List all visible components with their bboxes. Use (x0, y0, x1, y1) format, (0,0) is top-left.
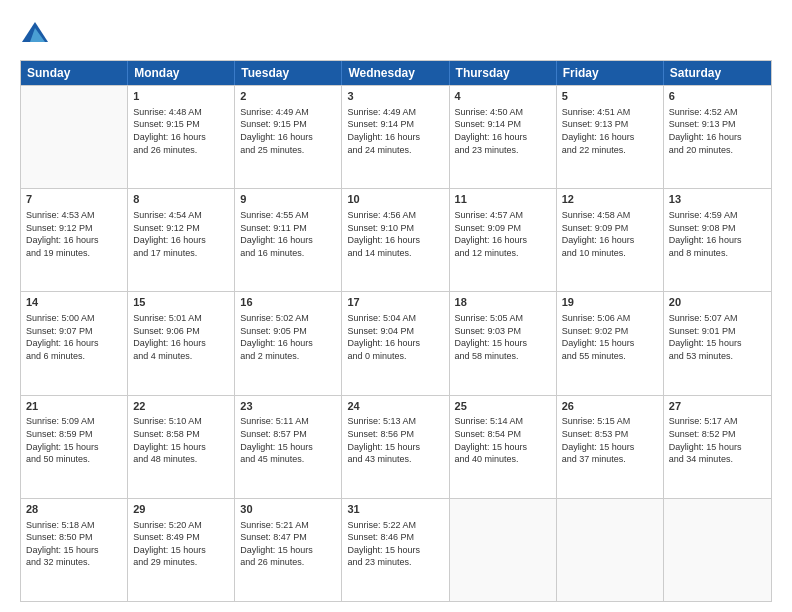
cal-cell (21, 86, 128, 188)
cell-date: 17 (347, 295, 443, 310)
cell-info: Sunrise: 4:53 AM Sunset: 9:12 PM Dayligh… (26, 209, 122, 259)
cell-info: Sunrise: 4:54 AM Sunset: 9:12 PM Dayligh… (133, 209, 229, 259)
cell-info: Sunrise: 5:11 AM Sunset: 8:57 PM Dayligh… (240, 415, 336, 465)
cell-info: Sunrise: 5:01 AM Sunset: 9:06 PM Dayligh… (133, 312, 229, 362)
cell-info: Sunrise: 5:07 AM Sunset: 9:01 PM Dayligh… (669, 312, 766, 362)
cal-cell: 28Sunrise: 5:18 AM Sunset: 8:50 PM Dayli… (21, 499, 128, 601)
cal-cell: 18Sunrise: 5:05 AM Sunset: 9:03 PM Dayli… (450, 292, 557, 394)
cell-date: 25 (455, 399, 551, 414)
cell-info: Sunrise: 4:52 AM Sunset: 9:13 PM Dayligh… (669, 106, 766, 156)
week-row-3: 14Sunrise: 5:00 AM Sunset: 9:07 PM Dayli… (21, 291, 771, 394)
cell-date: 4 (455, 89, 551, 104)
header-day-sunday: Sunday (21, 61, 128, 85)
week-row-1: 1Sunrise: 4:48 AM Sunset: 9:15 PM Daylig… (21, 85, 771, 188)
cal-cell: 13Sunrise: 4:59 AM Sunset: 9:08 PM Dayli… (664, 189, 771, 291)
cell-date: 10 (347, 192, 443, 207)
cell-info: Sunrise: 4:58 AM Sunset: 9:09 PM Dayligh… (562, 209, 658, 259)
cell-date: 15 (133, 295, 229, 310)
cal-cell: 22Sunrise: 5:10 AM Sunset: 8:58 PM Dayli… (128, 396, 235, 498)
cell-date: 26 (562, 399, 658, 414)
cell-date: 22 (133, 399, 229, 414)
header-day-tuesday: Tuesday (235, 61, 342, 85)
cell-date: 14 (26, 295, 122, 310)
cell-info: Sunrise: 5:22 AM Sunset: 8:46 PM Dayligh… (347, 519, 443, 569)
week-row-5: 28Sunrise: 5:18 AM Sunset: 8:50 PM Dayli… (21, 498, 771, 601)
header-day-friday: Friday (557, 61, 664, 85)
cal-cell: 20Sunrise: 5:07 AM Sunset: 9:01 PM Dayli… (664, 292, 771, 394)
cell-info: Sunrise: 5:04 AM Sunset: 9:04 PM Dayligh… (347, 312, 443, 362)
cal-cell: 23Sunrise: 5:11 AM Sunset: 8:57 PM Dayli… (235, 396, 342, 498)
cal-cell: 6Sunrise: 4:52 AM Sunset: 9:13 PM Daylig… (664, 86, 771, 188)
cal-cell: 17Sunrise: 5:04 AM Sunset: 9:04 PM Dayli… (342, 292, 449, 394)
calendar-header: SundayMondayTuesdayWednesdayThursdayFrid… (21, 61, 771, 85)
cell-date: 6 (669, 89, 766, 104)
cal-cell (664, 499, 771, 601)
cell-date: 3 (347, 89, 443, 104)
cell-info: Sunrise: 5:02 AM Sunset: 9:05 PM Dayligh… (240, 312, 336, 362)
header-day-wednesday: Wednesday (342, 61, 449, 85)
header-day-thursday: Thursday (450, 61, 557, 85)
cal-cell: 2Sunrise: 4:49 AM Sunset: 9:15 PM Daylig… (235, 86, 342, 188)
cell-date: 24 (347, 399, 443, 414)
cell-info: Sunrise: 5:15 AM Sunset: 8:53 PM Dayligh… (562, 415, 658, 465)
cal-cell: 3Sunrise: 4:49 AM Sunset: 9:14 PM Daylig… (342, 86, 449, 188)
cal-cell: 11Sunrise: 4:57 AM Sunset: 9:09 PM Dayli… (450, 189, 557, 291)
cell-date: 19 (562, 295, 658, 310)
cell-info: Sunrise: 5:21 AM Sunset: 8:47 PM Dayligh… (240, 519, 336, 569)
cal-cell: 31Sunrise: 5:22 AM Sunset: 8:46 PM Dayli… (342, 499, 449, 601)
cell-date: 29 (133, 502, 229, 517)
cell-info: Sunrise: 5:17 AM Sunset: 8:52 PM Dayligh… (669, 415, 766, 465)
cell-date: 1 (133, 89, 229, 104)
cell-info: Sunrise: 4:49 AM Sunset: 9:14 PM Dayligh… (347, 106, 443, 156)
logo-icon (20, 20, 50, 50)
cell-info: Sunrise: 5:13 AM Sunset: 8:56 PM Dayligh… (347, 415, 443, 465)
cell-date: 16 (240, 295, 336, 310)
cal-cell: 14Sunrise: 5:00 AM Sunset: 9:07 PM Dayli… (21, 292, 128, 394)
cell-date: 12 (562, 192, 658, 207)
cell-info: Sunrise: 5:10 AM Sunset: 8:58 PM Dayligh… (133, 415, 229, 465)
cal-cell: 9Sunrise: 4:55 AM Sunset: 9:11 PM Daylig… (235, 189, 342, 291)
cell-date: 2 (240, 89, 336, 104)
cal-cell: 1Sunrise: 4:48 AM Sunset: 9:15 PM Daylig… (128, 86, 235, 188)
cell-date: 28 (26, 502, 122, 517)
calendar: SundayMondayTuesdayWednesdayThursdayFrid… (20, 60, 772, 602)
cell-date: 23 (240, 399, 336, 414)
cell-info: Sunrise: 5:00 AM Sunset: 9:07 PM Dayligh… (26, 312, 122, 362)
cell-info: Sunrise: 4:50 AM Sunset: 9:14 PM Dayligh… (455, 106, 551, 156)
cell-date: 8 (133, 192, 229, 207)
cell-info: Sunrise: 5:09 AM Sunset: 8:59 PM Dayligh… (26, 415, 122, 465)
cal-cell: 21Sunrise: 5:09 AM Sunset: 8:59 PM Dayli… (21, 396, 128, 498)
cell-date: 11 (455, 192, 551, 207)
cal-cell: 24Sunrise: 5:13 AM Sunset: 8:56 PM Dayli… (342, 396, 449, 498)
header (20, 20, 772, 50)
cell-date: 31 (347, 502, 443, 517)
cal-cell: 16Sunrise: 5:02 AM Sunset: 9:05 PM Dayli… (235, 292, 342, 394)
cell-date: 5 (562, 89, 658, 104)
cal-cell: 29Sunrise: 5:20 AM Sunset: 8:49 PM Dayli… (128, 499, 235, 601)
cell-date: 27 (669, 399, 766, 414)
cell-info: Sunrise: 4:48 AM Sunset: 9:15 PM Dayligh… (133, 106, 229, 156)
cell-info: Sunrise: 4:59 AM Sunset: 9:08 PM Dayligh… (669, 209, 766, 259)
cal-cell: 4Sunrise: 4:50 AM Sunset: 9:14 PM Daylig… (450, 86, 557, 188)
header-day-saturday: Saturday (664, 61, 771, 85)
cal-cell: 19Sunrise: 5:06 AM Sunset: 9:02 PM Dayli… (557, 292, 664, 394)
cell-date: 20 (669, 295, 766, 310)
cal-cell: 5Sunrise: 4:51 AM Sunset: 9:13 PM Daylig… (557, 86, 664, 188)
cell-info: Sunrise: 4:57 AM Sunset: 9:09 PM Dayligh… (455, 209, 551, 259)
cal-cell (557, 499, 664, 601)
week-row-2: 7Sunrise: 4:53 AM Sunset: 9:12 PM Daylig… (21, 188, 771, 291)
cell-date: 18 (455, 295, 551, 310)
cell-info: Sunrise: 5:20 AM Sunset: 8:49 PM Dayligh… (133, 519, 229, 569)
cal-cell: 12Sunrise: 4:58 AM Sunset: 9:09 PM Dayli… (557, 189, 664, 291)
calendar-body: 1Sunrise: 4:48 AM Sunset: 9:15 PM Daylig… (21, 85, 771, 601)
cal-cell: 7Sunrise: 4:53 AM Sunset: 9:12 PM Daylig… (21, 189, 128, 291)
cell-date: 9 (240, 192, 336, 207)
cal-cell: 30Sunrise: 5:21 AM Sunset: 8:47 PM Dayli… (235, 499, 342, 601)
cal-cell: 26Sunrise: 5:15 AM Sunset: 8:53 PM Dayli… (557, 396, 664, 498)
cell-info: Sunrise: 5:06 AM Sunset: 9:02 PM Dayligh… (562, 312, 658, 362)
header-day-monday: Monday (128, 61, 235, 85)
cal-cell: 27Sunrise: 5:17 AM Sunset: 8:52 PM Dayli… (664, 396, 771, 498)
cal-cell: 15Sunrise: 5:01 AM Sunset: 9:06 PM Dayli… (128, 292, 235, 394)
cell-info: Sunrise: 5:05 AM Sunset: 9:03 PM Dayligh… (455, 312, 551, 362)
cal-cell: 8Sunrise: 4:54 AM Sunset: 9:12 PM Daylig… (128, 189, 235, 291)
